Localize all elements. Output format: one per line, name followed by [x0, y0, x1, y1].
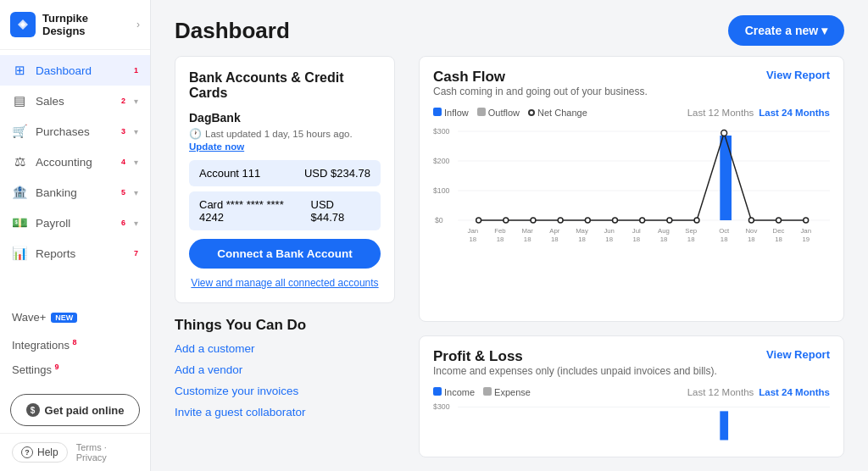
company-chevron-icon: › — [136, 19, 140, 30]
profit-24-months-btn[interactable]: Last 24 Months — [759, 387, 830, 397]
svg-text:Oct: Oct — [719, 227, 730, 235]
nav-num-accounting: 4 — [121, 158, 125, 166]
nav-num-banking: 5 — [121, 188, 125, 197]
svg-text:18: 18 — [748, 236, 755, 243]
cashflow-view-report-link[interactable]: View Report — [766, 69, 830, 81]
svg-text:Nov: Nov — [745, 227, 757, 235]
sidebar-item-settings[interactable]: Settings 9 — [12, 358, 138, 380]
cashflow-chart: $300 $200 $100 $0 — [433, 123, 830, 254]
profit-title: Profit & Loss — [433, 348, 717, 365]
svg-text:Aug: Aug — [658, 227, 670, 235]
bank-accounts-section: Bank Accounts & Credit Cards DagBank 🕐 L… — [175, 56, 395, 303]
terms-link[interactable]: Terms — [76, 442, 102, 452]
reports-icon: 📊 — [12, 246, 27, 261]
help-button[interactable]: ? Help — [12, 442, 68, 463]
invite-collaborator-link[interactable]: Invite a guest collaborator — [175, 406, 395, 418]
account-amount: USD $234.78 — [304, 167, 370, 180]
nav-num-reports: 7 — [134, 249, 138, 258]
manage-accounts-link[interactable]: View and manage all connected accounts — [189, 277, 381, 289]
wave-plus-label: Wave+ — [12, 311, 46, 324]
sidebar-item-sales[interactable]: ▤ Sales 2 ▾ — [0, 86, 150, 116]
help-label: Help — [37, 446, 58, 458]
sidebar-item-payroll[interactable]: 💵 Payroll 6 ▾ — [0, 208, 150, 238]
sidebar-item-dashboard[interactable]: ⊞ Dashboard 1 — [0, 55, 150, 86]
sidebar-item-accounting[interactable]: ⚖ Accounting 4 ▾ — [0, 147, 150, 177]
svg-point-9 — [476, 218, 481, 223]
sidebar-logo[interactable]: Turnpike Designs › — [0, 0, 150, 50]
cashflow-12-months-btn[interactable]: Last 12 Months — [687, 108, 754, 118]
svg-text:18: 18 — [469, 236, 476, 243]
svg-text:Apr: Apr — [549, 227, 559, 235]
svg-text:$200: $200 — [433, 157, 450, 165]
cashflow-24-months-btn[interactable]: Last 24 Months — [759, 108, 830, 118]
payroll-icon: 💵 — [12, 215, 27, 230]
profit-loss-section: Profit & Loss Income and expenses only (… — [419, 335, 844, 457]
card-amount: USD $44.78 — [311, 198, 370, 224]
sidebar-item-label: Payroll — [36, 217, 113, 230]
svg-point-16 — [667, 218, 672, 223]
svg-text:18: 18 — [633, 236, 641, 243]
cashflow-legend: Inflow Outflow Net Change — [433, 108, 587, 118]
card-row: Card **** **** **** 4242 USD $44.78 — [189, 191, 381, 230]
sidebar-item-banking[interactable]: 🏦 Banking 5 ▾ — [0, 177, 150, 208]
sidebar-item-purchases[interactable]: 🛒 Purchases 3 ▾ — [0, 116, 150, 147]
cashflow-subtitle: Cash coming in and going out of your bus… — [433, 86, 648, 97]
purchases-icon: 🛒 — [12, 124, 27, 139]
wave-plus-item[interactable]: Wave+ NEW — [0, 304, 150, 330]
add-customer-link[interactable]: Add a customer — [175, 342, 395, 355]
svg-rect-50 — [720, 411, 728, 440]
update-now-link[interactable]: Update now — [189, 141, 381, 152]
left-column: Bank Accounts & Credit Cards DagBank 🕐 L… — [175, 56, 395, 457]
get-paid-button[interactable]: $ Get paid online — [10, 394, 140, 426]
account-name: Account 111 — [199, 167, 260, 180]
svg-text:Jan: Jan — [468, 227, 479, 235]
svg-point-21 — [804, 218, 809, 223]
sidebar-footer: ? Help Terms · Privacy — [0, 433, 150, 471]
connect-bank-button[interactable]: Connect a Bank Account — [189, 239, 381, 269]
bank-updated: 🕐 Last updated 1 day, 15 hours ago. — [189, 128, 381, 140]
profit-view-report-link[interactable]: View Report — [766, 348, 830, 361]
main-header: Dashboard Create a new ▾ — [151, 0, 868, 56]
svg-text:19: 19 — [802, 236, 810, 243]
sidebar-item-reports[interactable]: 📊 Reports 7 — [0, 238, 150, 269]
nav-num-sales: 2 — [121, 97, 125, 105]
sidebar-item-integrations[interactable]: Integrations 8 — [12, 334, 138, 356]
sidebar-bottom-links: Integrations 8 Settings 9 — [0, 330, 150, 387]
svg-text:Feb: Feb — [494, 227, 506, 235]
profit-12-months-btn[interactable]: Last 12 Months — [687, 387, 754, 397]
svg-text:$100: $100 — [433, 186, 450, 195]
customize-invoices-link[interactable]: Customize your invoices — [175, 385, 395, 397]
bank-name: DagBank — [189, 111, 381, 125]
bank-section-title: Bank Accounts & Credit Cards — [189, 70, 381, 101]
dollar-icon: $ — [26, 403, 40, 417]
add-vendor-link[interactable]: Add a vendor — [175, 363, 395, 376]
right-column: Cash Flow Cash coming in and going out o… — [419, 56, 844, 457]
sidebar-nav: ⊞ Dashboard 1 ▤ Sales 2 ▾ 🛒 Purchases 3 … — [0, 50, 150, 304]
logo-icon — [10, 12, 36, 37]
dashboard-icon: ⊞ — [12, 63, 27, 78]
nav-num-payroll: 6 — [121, 219, 125, 227]
things-title: Things You Can Do — [175, 317, 395, 334]
profit-time-controls: Last 12 Months Last 24 Months — [687, 387, 830, 397]
svg-text:18: 18 — [687, 236, 695, 243]
sidebar-item-label: Accounting — [36, 156, 113, 169]
page-title: Dashboard — [175, 18, 290, 44]
svg-text:Mar: Mar — [521, 227, 533, 235]
svg-text:18: 18 — [660, 236, 668, 243]
svg-text:Jul: Jul — [632, 227, 641, 235]
nav-num-dashboard: 1 — [134, 66, 138, 75]
profit-header: Profit & Loss Income and expenses only (… — [433, 348, 830, 384]
clock-icon: 🕐 — [189, 128, 202, 140]
svg-text:18: 18 — [497, 236, 504, 243]
svg-text:$300: $300 — [433, 127, 450, 136]
sales-icon: ▤ — [12, 93, 27, 108]
footer-links: Terms · Privacy — [76, 442, 138, 463]
profit-chart: $300 — [433, 402, 830, 445]
sidebar-item-label: Dashboard — [36, 64, 125, 77]
create-new-button[interactable]: Create a new ▾ — [728, 15, 844, 46]
nav-num-integrations: 8 — [73, 338, 77, 346]
chevron-down-icon: ▾ — [134, 158, 138, 167]
profit-controls: Income Expense Last 12 Months Last 24 Mo… — [433, 387, 830, 397]
things-section: Things You Can Do Add a customer Add a v… — [175, 317, 395, 427]
privacy-link[interactable]: Privacy — [76, 452, 107, 463]
